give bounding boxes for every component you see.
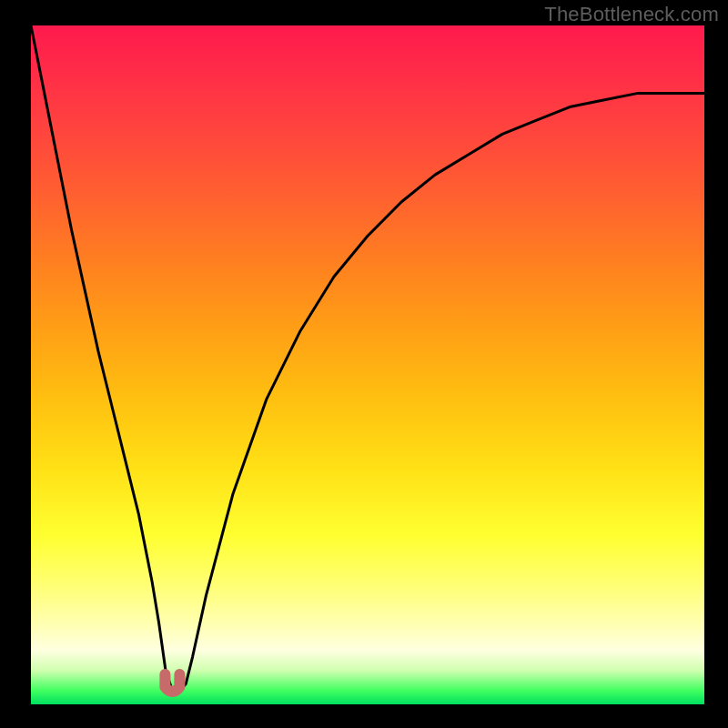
chart-plot-area bbox=[31, 25, 704, 704]
chart-svg bbox=[31, 25, 704, 704]
bottleneck-curve bbox=[31, 25, 704, 691]
watermark-text: TheBottleneck.com bbox=[544, 3, 719, 26]
chart-frame: TheBottleneck.com bbox=[0, 0, 728, 728]
optimal-point-marker bbox=[165, 674, 179, 692]
